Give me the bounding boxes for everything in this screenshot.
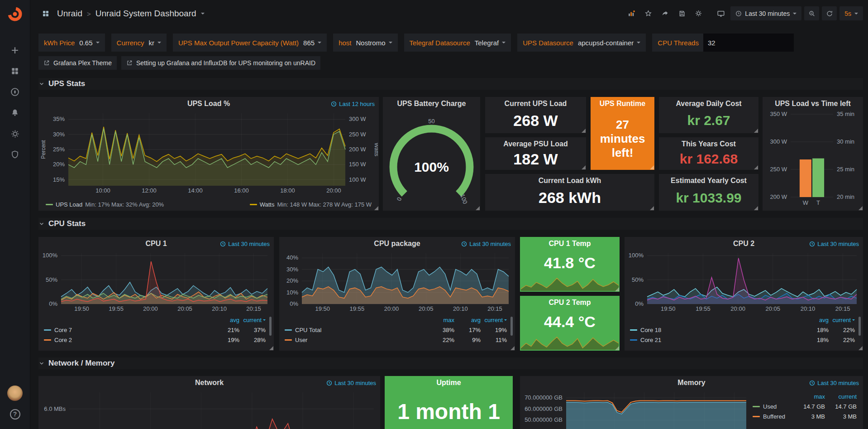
dashboards-button[interactable]	[0, 61, 30, 82]
clock-icon	[461, 241, 467, 247]
cycle-view-button[interactable]	[714, 6, 728, 20]
variable-value-dropdown[interactable]: 0.65	[79, 39, 99, 47]
panel-time-range[interactable]: Last 30 minutes	[809, 241, 859, 247]
refresh-button[interactable]	[822, 6, 837, 20]
legend-value: 18%	[802, 337, 829, 343]
save-button[interactable]	[675, 6, 689, 20]
star-button[interactable]	[641, 6, 655, 20]
legend-header-current[interactable]: current	[239, 317, 266, 323]
panel-title[interactable]: This Years Cost	[659, 137, 758, 151]
legend-scrollbar[interactable]	[510, 317, 513, 336]
legend-value: 38%	[428, 327, 454, 333]
legend-header-current[interactable]: current	[829, 317, 855, 323]
legend-series-name[interactable]: Buffered	[753, 413, 793, 420]
panel-time-range[interactable]: Last 30 minutes	[809, 380, 859, 386]
legend-series-name[interactable]: Watts	[260, 201, 275, 208]
legend-header-max[interactable]: max	[793, 393, 825, 400]
legend-header-avg[interactable]: avg	[213, 317, 239, 323]
share-icon	[661, 10, 669, 17]
dashboard-link[interactable]: Setting up Grafana and InfluxDB for UPS …	[121, 56, 320, 70]
battery-gauge[interactable]: 050100100%	[384, 111, 479, 207]
title-caret-icon[interactable]	[201, 13, 205, 14]
configuration-button[interactable]	[0, 123, 30, 144]
cpu-threads-input[interactable]	[703, 34, 794, 52]
legend-series-name[interactable]: Used	[753, 403, 793, 410]
panel-time-range[interactable]: Last 30 minutes	[461, 241, 511, 247]
panel-title[interactable]: UPS Battery Charge	[383, 97, 480, 111]
explore-button[interactable]	[0, 82, 30, 102]
legend-scrollbar[interactable]	[269, 317, 272, 336]
stat-value: kr 1033.99	[659, 188, 758, 208]
create-add-button[interactable]	[0, 40, 30, 61]
variable-value-dropdown[interactable]: apcupsd-container	[578, 39, 640, 47]
svg-text:19:50: 19:50	[74, 305, 89, 312]
grafana-logo[interactable]	[0, 0, 30, 28]
dashboard-link[interactable]: Grafana Plex Theme	[38, 56, 117, 70]
panel-time-range[interactable]: Last 30 minutes	[220, 241, 270, 247]
legend-header-current[interactable]: current	[825, 393, 857, 400]
cpu-package-chart[interactable]: 0%10%20%30%40%19:5019:5520:0020:0520:102…	[280, 250, 514, 313]
legend-series-name[interactable]: Core 2	[44, 337, 213, 343]
panel-time-range[interactable]: Last 12 hours	[331, 101, 375, 107]
dashboard-settings-button[interactable]	[692, 6, 706, 20]
legend-header-avg[interactable]: avg	[454, 317, 481, 323]
chevron-down-icon	[38, 221, 45, 227]
panel-title[interactable]: Estimated Yearly Cost	[659, 174, 758, 188]
alerting-button[interactable]	[0, 102, 30, 123]
apps-grid-icon[interactable]	[38, 6, 52, 20]
zoom-out-button[interactable]	[804, 6, 819, 20]
refresh-interval-picker[interactable]: 5s	[839, 6, 863, 20]
panel-ups-load: UPS Load % Last 12 hours 15%20%25%30%35%…	[38, 97, 379, 211]
add-panel-button[interactable]	[625, 6, 639, 20]
cpu1-chart[interactable]: 0%50%100%19:5019:5520:0020:0520:1020:15	[39, 250, 273, 313]
dashboard-title[interactable]: Unraid System Dashboard	[95, 9, 196, 19]
section-cpu-stats[interactable]: CPU Stats	[38, 218, 863, 230]
panel-title[interactable]: Current UPS Load	[485, 97, 586, 111]
legend-series-name[interactable]: Core 7	[44, 327, 213, 333]
network-chart[interactable]: 2.0 MBs4.0 MBs6.0 MBs19:5019:5520:0020:0…	[39, 389, 379, 429]
memory-chart[interactable]: 50.000000 GB60.000000 GB70.000000 GB19:5…	[521, 389, 751, 429]
panel-title[interactable]: Uptime	[385, 376, 513, 390]
legend-series-name[interactable]: CPU Total	[285, 327, 428, 333]
legend-series-name[interactable]: Core 18	[630, 327, 802, 333]
svg-text:15%: 15%	[53, 176, 65, 183]
cpu2-chart[interactable]: 0%50%100%19:5019:5520:0020:0520:1020:15	[625, 250, 862, 313]
legend-series-name[interactable]: User	[285, 337, 428, 343]
variable-cpu-threads: CPU Threads	[652, 34, 794, 52]
legend-series-name[interactable]: Core 21	[630, 337, 802, 343]
legend-header-current[interactable]: current	[481, 317, 507, 323]
panel-title[interactable]: Current Load kWh	[485, 174, 654, 188]
breadcrumb-app[interactable]: Unraid	[57, 9, 82, 19]
panel-title[interactable]: Average PSU Load	[485, 137, 586, 151]
svg-text:18:00: 18:00	[280, 187, 295, 194]
server-admin-button[interactable]	[0, 144, 30, 165]
legend-scrollbar[interactable]	[858, 317, 861, 336]
panel-title[interactable]: UPS Load vs Time left	[763, 97, 863, 111]
variable-value-dropdown[interactable]: Nostromo	[356, 39, 392, 47]
svg-text:300 W: 300 W	[770, 138, 787, 145]
panel-time-range[interactable]: Last 30 minutes	[326, 380, 376, 386]
legend-value: 22%	[428, 337, 454, 343]
ups-load-chart[interactable]: 15%20%25%30%35%100 W150 W200 W250 W300 W…	[39, 110, 378, 195]
panel-title[interactable]: Average Daily Cost	[659, 97, 758, 111]
legend-series-name[interactable]: UPS Load	[56, 201, 82, 208]
variable-value-dropdown[interactable]: Telegraf	[475, 39, 506, 47]
legend-row: Core 2 19% 28%	[44, 335, 266, 345]
user-avatar[interactable]	[0, 383, 30, 404]
time-range-picker[interactable]: Last 30 minutes	[730, 6, 801, 20]
help-button[interactable]	[0, 404, 30, 424]
svg-text:35 min: 35 min	[837, 111, 854, 117]
legend-header-max[interactable]: max	[428, 317, 454, 323]
share-button[interactable]	[658, 6, 672, 20]
caret-down-icon	[637, 42, 640, 43]
section-ups-stats[interactable]: UPS Stats	[38, 78, 863, 90]
variable-value-dropdown[interactable]: kr	[148, 39, 161, 47]
legend-header-avg[interactable]: avg	[802, 317, 829, 323]
panel-title[interactable]: UPS Load %	[38, 97, 379, 111]
svg-text:30 min: 30 min	[837, 138, 854, 145]
svg-text:20:00: 20:00	[326, 187, 341, 194]
panel-title[interactable]: UPS Runtime	[591, 97, 654, 111]
section-network-memory[interactable]: Network / Memory	[38, 357, 863, 369]
variable-value-dropdown[interactable]: 865	[303, 39, 321, 47]
ups-vs-time-chart[interactable]: 200 W250 W300 W350 W20 min25 min30 min35…	[763, 110, 862, 208]
